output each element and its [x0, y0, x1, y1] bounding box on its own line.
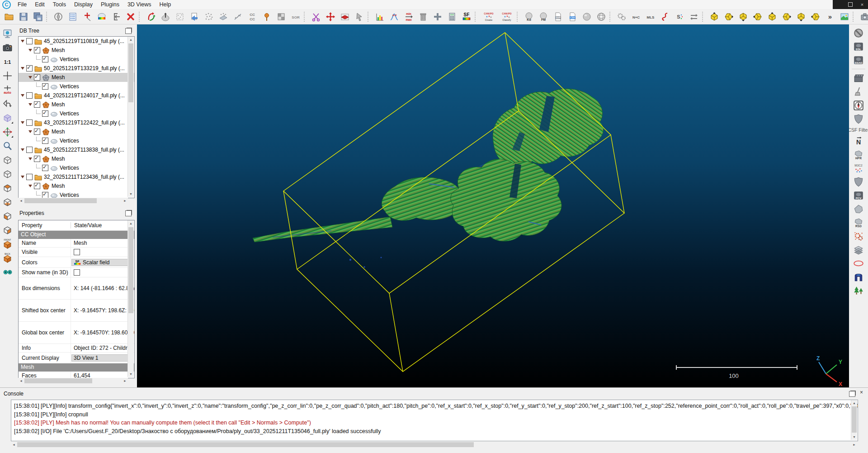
statistical-test-button[interactable]: [275, 10, 288, 23]
stereo-eyes-button[interactable]: [2, 267, 13, 277]
properties-list-button[interactable]: [66, 10, 79, 23]
tree-item-43-20251219t122422-full-ply[interactable]: 43_20251219T122422_full.ply (...: [19, 118, 134, 127]
tree-item-mesh[interactable]: Mesh: [19, 73, 134, 82]
scroll-left-icon[interactable]: ◄: [11, 442, 17, 448]
visibility-checkbox[interactable]: [26, 174, 33, 180]
hpr-plugin-button[interactable]: HPR: [853, 149, 864, 160]
ssao-shader-button[interactable]: SSAO: [853, 54, 864, 66]
close-button[interactable]: ×: [858, 0, 867, 9]
visibility-checkbox[interactable]: [34, 156, 40, 162]
zoom-tool-button[interactable]: [2, 140, 13, 151]
canupo-plugin-button[interactable]: [853, 176, 864, 187]
compute-normals-button[interactable]: [159, 10, 172, 23]
sphere-tool-button[interactable]: [580, 10, 593, 23]
box-tool-5-button[interactable]: [766, 10, 778, 23]
expand-arrow-icon[interactable]: [28, 157, 32, 160]
expand-arrow-icon[interactable]: [21, 94, 24, 97]
gaussian-filter-button[interactable]: μ,σ: [388, 10, 401, 23]
m3c2-plugin-button[interactable]: M3C2: [853, 162, 864, 174]
globe-tool-button[interactable]: [595, 10, 608, 23]
show-name-in-3d--checkbox[interactable]: [74, 269, 80, 276]
tree-item-50-20251219t133219-full-ply[interactable]: 50_20251219T133219_full.ply (...: [19, 64, 134, 73]
visibility-checkbox[interactable]: [34, 101, 40, 108]
hough-plugin-button[interactable]: [853, 271, 864, 282]
render-screenshot-button[interactable]: [838, 10, 851, 23]
open-button[interactable]: [3, 10, 15, 23]
bbox-display-button[interactable]: [2, 112, 13, 123]
tree-item-mesh[interactable]: Mesh: [19, 154, 134, 163]
tree-item-vertices[interactable]: Vertices: [19, 191, 134, 198]
view-iso-2-button[interactable]: [2, 168, 13, 179]
scroll-right-icon[interactable]: ►: [851, 442, 857, 448]
sf-arithmetic-button[interactable]: [446, 10, 458, 23]
db-tree-hscrollbar[interactable]: ◄ ►: [18, 198, 128, 204]
visibility-checkbox[interactable]: [34, 74, 40, 81]
save-all-button[interactable]: [32, 10, 44, 23]
apply-transformation-button[interactable]: [110, 10, 123, 23]
tree-item-mesh[interactable]: Mesh: [19, 46, 134, 55]
fit-polyline-button[interactable]: [231, 10, 244, 23]
view-front-button[interactable]: FRONT: [2, 238, 13, 249]
csv-export-button[interactable]: CSV: [566, 10, 579, 23]
visibility-checkbox[interactable]: [42, 83, 48, 90]
cross-section-button[interactable]: [339, 10, 351, 23]
expand-arrow-icon[interactable]: [28, 76, 32, 79]
mesh-sampling-button[interactable]: [188, 10, 201, 23]
menu-3d-views[interactable]: 3D Views: [123, 0, 156, 9]
menu-file[interactable]: File: [14, 0, 31, 9]
console-vscrollbar[interactable]: ▲ ▼: [851, 400, 857, 440]
pan-mode-button[interactable]: [2, 126, 13, 137]
interactive-transformation-button[interactable]: [324, 10, 337, 23]
toolbar-overflow-button[interactable]: »: [824, 10, 836, 23]
compass-plugin-button[interactable]: [853, 100, 864, 111]
box-tool-4-button[interactable]: [751, 10, 764, 23]
tree-item-44-20251219t124017-full-ply[interactable]: 44_20251219T124017_full.ply (...: [19, 91, 134, 100]
animation-plugin-button[interactable]: [853, 72, 864, 84]
view-back-button[interactable]: BACK: [2, 253, 13, 263]
broom-plugin-button[interactable]: [853, 86, 864, 97]
tree-item-vertices[interactable]: Vertices: [19, 109, 134, 118]
mls-smoothing-button[interactable]: MLS: [644, 10, 657, 23]
visibility-checkbox[interactable]: [26, 65, 33, 72]
expand-arrow-icon[interactable]: [21, 121, 24, 124]
db-tree-vthumb[interactable]: [128, 43, 133, 102]
tree-item-mesh[interactable]: Mesh: [19, 100, 134, 109]
expand-arrow-icon[interactable]: [28, 103, 32, 106]
rsd-plugin-button[interactable]: RSD: [853, 217, 864, 228]
normals-curvature-button[interactable]: N+C: [630, 10, 642, 23]
properties-vscrollbar[interactable]: ▲ ▼: [127, 220, 134, 377]
treeiso-plugin-button[interactable]: [853, 285, 864, 296]
sf-filter-min-max-button[interactable]: minmax: [402, 10, 415, 23]
scroll-up-icon[interactable]: ▲: [851, 400, 857, 406]
histogram-button[interactable]: [373, 10, 386, 23]
view-iso-1-button[interactable]: [2, 154, 13, 165]
expand-arrow-icon[interactable]: [21, 176, 24, 178]
view-right-button[interactable]: [2, 224, 13, 235]
expand-arrow-icon[interactable]: [21, 40, 24, 43]
menu-plugins[interactable]: Plugins: [97, 0, 123, 9]
scroll-right-icon[interactable]: ►: [122, 198, 128, 204]
edl-shader-button[interactable]: EDL: [853, 41, 864, 52]
box-tool-7-button[interactable]: [795, 10, 807, 23]
maximize-button[interactable]: [846, 2, 855, 7]
sf-color-scale-button[interactable]: SF: [460, 10, 473, 23]
scroll-down-icon[interactable]: ▼: [851, 434, 857, 440]
fast-marching-button[interactable]: FM: [537, 10, 550, 23]
box-tool-2-button[interactable]: [722, 10, 735, 23]
colors-dropdown[interactable]: SFScalar field: [71, 259, 134, 266]
compute-octree-button[interactable]: [174, 10, 186, 23]
camera-tool-button[interactable]: [859, 10, 868, 23]
menu-display[interactable]: Display: [70, 0, 97, 9]
visibility-checkbox[interactable]: [26, 38, 33, 44]
visible-checkbox[interactable]: [74, 249, 80, 255]
translate-rotate-button[interactable]: [145, 10, 157, 23]
pivot-cross-button[interactable]: [2, 70, 13, 81]
visibility-checkbox[interactable]: [42, 165, 48, 171]
segment-button[interactable]: [310, 10, 322, 23]
console-vthumb[interactable]: [852, 406, 857, 433]
console-float-button[interactable]: [849, 391, 855, 397]
view-bottom-button[interactable]: [2, 196, 13, 207]
db-tree-vscrollbar[interactable]: ▲ ▼: [127, 37, 134, 197]
tree-item-vertices[interactable]: Vertices: [19, 163, 134, 172]
tree-item-mesh[interactable]: Mesh: [19, 127, 134, 136]
